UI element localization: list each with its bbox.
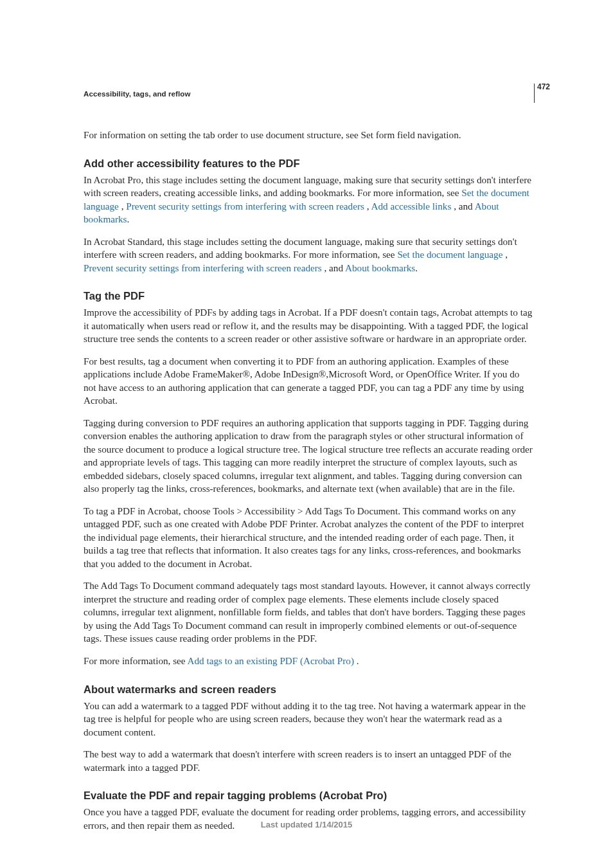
tag-pdf-p4: To tag a PDF in Acrobat, choose Tools > …	[84, 505, 533, 571]
header-rule	[534, 84, 535, 103]
text: , and	[451, 201, 474, 212]
text: .	[127, 213, 130, 224]
text: .	[415, 262, 418, 273]
body-column: For information on setting the tab order…	[84, 129, 533, 832]
link-prevent-security-settings[interactable]: Prevent security settings from interferi…	[126, 201, 364, 212]
add-other-p1: In Acrobat Pro, this stage includes sett…	[84, 174, 533, 226]
heading-evaluate: Evaluate the PDF and repair tagging prob…	[84, 790, 533, 802]
link-prevent-security-settings-2[interactable]: Prevent security settings from interferi…	[84, 262, 322, 273]
link-add-tags-existing-pdf[interactable]: Add tags to an existing PDF (Acrobat Pro…	[188, 655, 354, 666]
page-number: 472	[537, 82, 550, 91]
heading-watermarks: About watermarks and screen readers	[84, 683, 533, 696]
tag-pdf-p3: Tagging during conversion to PDF require…	[84, 417, 533, 496]
tag-pdf-p6: For more information, see Add tags to an…	[84, 655, 533, 668]
add-other-p2: In Acrobat Standard, this stage includes…	[84, 235, 533, 275]
text: For more information, see	[84, 655, 188, 666]
intro-paragraph: For information on setting the tab order…	[84, 129, 533, 142]
tag-pdf-p1: Improve the accessibility of PDFs by add…	[84, 306, 533, 346]
link-set-document-language-2[interactable]: Set the document language	[397, 249, 502, 260]
text: ,	[364, 201, 371, 212]
tag-pdf-p5: The Add Tags To Document command adequat…	[84, 579, 533, 646]
text: ,	[119, 201, 126, 212]
footer-last-updated: Last updated 1/14/2015	[0, 820, 613, 829]
text: .	[354, 655, 359, 666]
tag-pdf-p2: For best results, tag a document when co…	[84, 355, 533, 408]
watermarks-p1: You can add a watermark to a tagged PDF …	[84, 700, 533, 739]
watermarks-p2: The best way to add a watermark that doe…	[84, 748, 533, 774]
heading-tag-the-pdf: Tag the PDF	[84, 290, 533, 302]
text: ,	[502, 249, 508, 260]
heading-add-other: Add other accessibility features to the …	[84, 158, 533, 170]
link-about-bookmarks-2[interactable]: About bookmarks	[345, 262, 415, 273]
link-add-accessible-links[interactable]: Add accessible links	[371, 201, 451, 212]
page: 472 Accessibility, tags, and reflow For …	[0, 0, 613, 868]
text: , and	[322, 262, 345, 273]
running-head: Accessibility, tags, and reflow	[84, 90, 549, 98]
